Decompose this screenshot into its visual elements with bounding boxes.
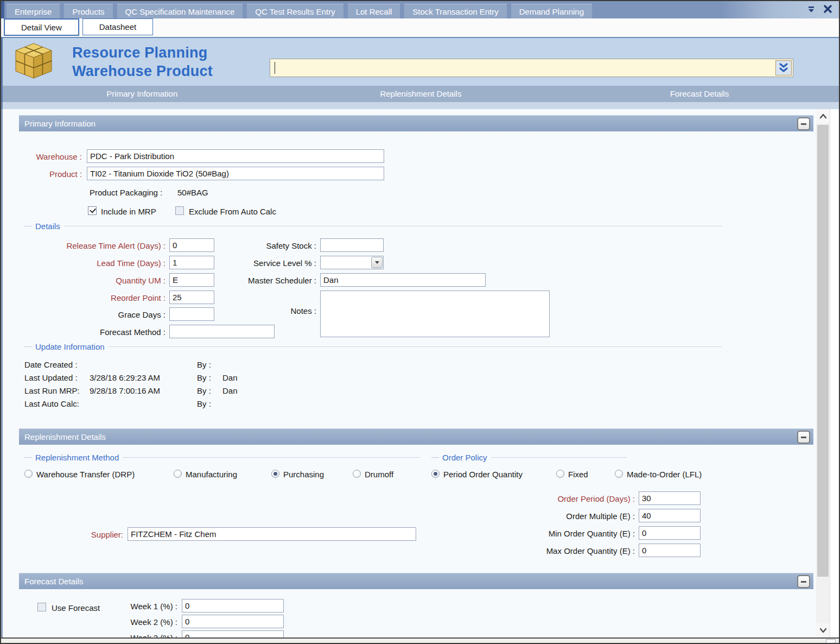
scroll-down-button[interactable] bbox=[816, 623, 830, 637]
include-in-mrp-checkbox[interactable] bbox=[88, 206, 97, 215]
status-bar bbox=[1, 637, 839, 644]
radio-made-to-order-lfl-label: Made-to-Order (LFL) bbox=[627, 470, 702, 479]
scrollbar-thumb[interactable] bbox=[817, 125, 829, 577]
release-time-alert-label: Release Time Alert (Days) : bbox=[24, 241, 166, 250]
update-info-row: Last Run MRP: 9/28/18 7:00:16 AM By : Da… bbox=[24, 386, 404, 399]
record-search-input[interactable] bbox=[270, 59, 775, 77]
reorder-point-label: Reorder Point : bbox=[24, 293, 166, 302]
max-order-quantity-input[interactable] bbox=[639, 544, 701, 557]
product-packaging-label: Product Packaging : bbox=[90, 188, 162, 197]
nav-replenishment-details[interactable]: Replenishment Details bbox=[282, 86, 561, 102]
order-period-label: Order Period (Days) : bbox=[494, 494, 635, 503]
radio-drumoff[interactable] bbox=[353, 470, 361, 478]
radio-period-order-quantity-label: Period Order Quantity bbox=[443, 470, 523, 479]
supplier-input[interactable] bbox=[128, 527, 416, 541]
radio-fixed[interactable] bbox=[556, 470, 564, 478]
week1-input[interactable] bbox=[182, 599, 284, 613]
radio-manufacturing-label: Manufacturing bbox=[186, 470, 237, 479]
product-label: Product : bbox=[24, 169, 82, 179]
tab-list-icon[interactable] bbox=[807, 5, 816, 14]
main-tab-bar: Enterprise Products QC Specification Mai… bbox=[1, 1, 839, 18]
min-order-quantity-input[interactable] bbox=[639, 526, 701, 540]
radio-period-order-quantity[interactable] bbox=[431, 470, 440, 478]
tab-stock-transaction-entry[interactable]: Stock Transaction Entry bbox=[404, 4, 506, 18]
section-title: Forecast Details bbox=[24, 577, 83, 586]
quantity-um-label: Quantity UM : bbox=[24, 276, 166, 285]
date-created-label: Date Created : bbox=[24, 360, 78, 369]
page-header: Resource Planning Warehouse Product bbox=[1, 37, 839, 86]
collapse-button-primary[interactable] bbox=[797, 117, 810, 130]
replenishment-method-group-legend: Replenishment Method bbox=[24, 453, 421, 462]
lead-time-label: Lead Time (Days) : bbox=[24, 258, 166, 268]
nav-forecast-details[interactable]: Forecast Details bbox=[560, 86, 839, 102]
week3-input[interactable] bbox=[182, 630, 284, 637]
view-tab-bar: Detail View Datasheet bbox=[1, 18, 839, 37]
update-info-row: Last Updated : 3/28/18 6:29:23 AM By : D… bbox=[24, 373, 404, 386]
radio-purchasing-label: Purchasing bbox=[283, 470, 324, 479]
exclude-from-auto-calc-label: Exclude From Auto Calc bbox=[189, 207, 276, 216]
page-title-line1: Resource Planning bbox=[72, 43, 213, 62]
scroll-up-button[interactable] bbox=[816, 109, 830, 123]
week2-input[interactable] bbox=[182, 615, 284, 628]
right-margin bbox=[830, 109, 840, 637]
nav-primary-information[interactable]: Primary Information bbox=[3, 86, 282, 102]
chevron-up-icon bbox=[819, 113, 827, 119]
by-label: By : bbox=[197, 399, 211, 408]
service-level-dropdown[interactable] bbox=[320, 256, 384, 269]
tab-detail-view[interactable]: Detail View bbox=[4, 18, 79, 36]
service-level-label: Service Level % : bbox=[198, 258, 316, 268]
order-multiple-input[interactable] bbox=[639, 509, 701, 522]
tab-qc-test-results-entry[interactable]: QC Test Results Entry bbox=[247, 4, 343, 18]
radio-warehouse-transfer-drp[interactable] bbox=[24, 470, 33, 478]
max-order-quantity-label: Max Order Quantity (E) : bbox=[494, 546, 635, 555]
last-auto-calc-label: Last Auto Calc: bbox=[24, 399, 79, 408]
section-title: Primary Information bbox=[24, 119, 96, 128]
by-label: By : bbox=[197, 386, 211, 395]
by-label: By : bbox=[197, 373, 211, 382]
tab-products[interactable]: Products bbox=[64, 4, 112, 18]
product-input[interactable] bbox=[87, 167, 384, 180]
form-content: Primary Information Warehouse : Product … bbox=[1, 109, 815, 637]
tab-lot-recall[interactable]: Lot Recall bbox=[348, 4, 400, 18]
min-order-quantity-label: Min Order Quantity (E) : bbox=[494, 529, 635, 538]
tab-datasheet[interactable]: Datasheet bbox=[82, 18, 153, 35]
service-level-dropdown-button[interactable] bbox=[371, 257, 383, 268]
notes-textarea[interactable] bbox=[320, 291, 550, 337]
forecast-method-label: Forecast Method : bbox=[24, 327, 166, 337]
order-multiple-label: Order Multiple (E) : bbox=[494, 512, 635, 521]
close-icon[interactable] bbox=[823, 4, 832, 14]
section-header-primary-information[interactable]: Primary Information bbox=[19, 115, 813, 131]
supplier-label: Supplier: bbox=[68, 530, 123, 539]
master-scheduler-input[interactable] bbox=[320, 273, 486, 287]
exclude-from-auto-calc-checkbox[interactable] bbox=[175, 206, 184, 215]
by-value: Dan bbox=[222, 373, 238, 382]
collapse-button-replenishment[interactable] bbox=[797, 431, 810, 444]
update-information-group-legend: Update Information bbox=[24, 342, 722, 351]
warehouse-input[interactable] bbox=[87, 149, 384, 163]
week2-label: Week 2 (%) : bbox=[123, 617, 177, 627]
section-header-replenishment-details[interactable]: Replenishment Details bbox=[19, 428, 813, 445]
tab-demand-planning[interactable]: Demand Planning bbox=[511, 4, 592, 18]
order-period-input[interactable] bbox=[639, 491, 701, 505]
use-forecast-checkbox[interactable] bbox=[37, 603, 46, 611]
forecast-method-input[interactable] bbox=[169, 325, 275, 338]
radio-fixed-label: Fixed bbox=[568, 470, 588, 479]
record-search-dropdown-button[interactable] bbox=[775, 60, 792, 75]
reorder-point-input[interactable] bbox=[169, 291, 214, 304]
radio-made-to-order-lfl[interactable] bbox=[615, 470, 623, 478]
section-title: Replenishment Details bbox=[24, 432, 106, 441]
vertical-scrollbar[interactable] bbox=[816, 109, 830, 637]
resize-grip[interactable] bbox=[826, 639, 836, 643]
safety-stock-input[interactable] bbox=[320, 238, 384, 252]
last-run-mrp-label: Last Run MRP: bbox=[24, 386, 80, 395]
section-header-forecast-details[interactable]: Forecast Details bbox=[19, 573, 813, 589]
app-window: Enterprise Products QC Specification Mai… bbox=[0, 0, 840, 644]
by-label: By : bbox=[197, 360, 211, 369]
tab-qc-specification-maintenance[interactable]: QC Specification Maintenance bbox=[117, 4, 243, 18]
use-forecast-label: Use Forecast bbox=[52, 603, 100, 613]
cube-icon bbox=[15, 42, 53, 83]
radio-purchasing[interactable] bbox=[271, 470, 279, 478]
radio-manufacturing[interactable] bbox=[174, 470, 182, 478]
collapse-button-forecast[interactable] bbox=[797, 575, 810, 588]
tab-enterprise[interactable]: Enterprise bbox=[7, 4, 60, 18]
